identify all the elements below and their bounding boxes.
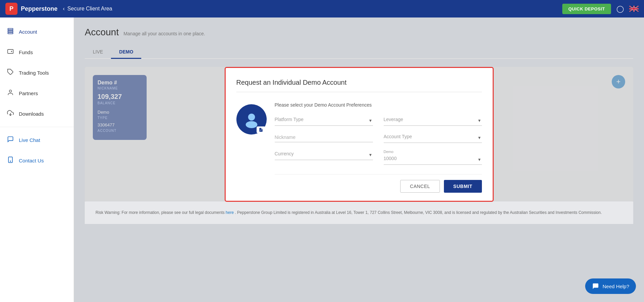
brand-logo[interactable]: P Pepperstone xyxy=(5,3,58,15)
form-grid: Platform Type MT4 MT5 cTrader xyxy=(275,115,482,165)
svg-rect-4 xyxy=(8,49,13,53)
main-content: Account Manage all your accounts in one … xyxy=(74,17,644,302)
leverage-field: Leverage 1:100 1:200 1:400 1:500 xyxy=(384,115,482,126)
currency-select[interactable]: Currency USD EUR GBP AUD xyxy=(275,150,373,158)
page-layout: Account Funds Trading Tools Partners Dow… xyxy=(0,0,644,302)
risk-warning-text: Risk Warning: For more information, plea… xyxy=(96,210,226,215)
svg-point-9 xyxy=(10,161,11,161)
svg-point-6 xyxy=(9,90,12,92)
sidebar-item-label: Funds xyxy=(19,49,33,55)
sidebar-item-trading-tools[interactable]: Trading Tools xyxy=(0,63,74,83)
demo-amount-top-label: Demo xyxy=(384,150,482,154)
need-help-button[interactable]: Need Help? xyxy=(585,278,636,294)
footer-rest-text: . Pepperstone Group Limited is registere… xyxy=(235,210,602,215)
modal-body: Please select your Demo Account Preferen… xyxy=(236,102,482,193)
demo-amount-select[interactable]: 10000 50000 100000 200000 xyxy=(384,154,482,162)
account-type-select[interactable]: Account Type Standard Razor xyxy=(384,133,482,141)
leverage-select[interactable]: Leverage 1:100 1:200 1:400 1:500 xyxy=(384,115,482,123)
sidebar-item-label: Partners xyxy=(19,90,38,96)
modal-overlay: Request an Individual Demo Account xyxy=(85,67,633,201)
cloud-icon xyxy=(7,110,14,118)
uk-flag-icon[interactable] xyxy=(629,6,639,12)
modal-illustration xyxy=(236,104,267,135)
sidebar-item-label: Trading Tools xyxy=(19,70,49,76)
quick-deposit-button[interactable]: QUICK DEPOSIT xyxy=(562,4,611,14)
submit-button[interactable]: SUBMIT xyxy=(444,180,482,193)
leverage-wrapper: Leverage 1:100 1:200 1:400 1:500 xyxy=(384,115,482,126)
document-badge xyxy=(257,126,265,133)
sidebar-item-label: Live Chat xyxy=(19,137,40,143)
demo-amount-field: Demo 10000 50000 100000 200000 xyxy=(384,150,482,165)
avatar-circle xyxy=(236,104,267,135)
page-subtitle: Manage all your accounts in one place. xyxy=(123,31,205,36)
phone-icon xyxy=(7,156,14,165)
chat-bubble-icon xyxy=(592,282,599,290)
svg-point-10 xyxy=(248,113,255,120)
sidebar-item-funds[interactable]: Funds xyxy=(0,42,74,63)
platform-type-wrapper: Platform Type MT4 MT5 cTrader xyxy=(275,115,373,126)
account-tabs: LIVE DEMO xyxy=(85,46,633,59)
demo-amount-wrapper: 10000 50000 100000 200000 xyxy=(384,154,482,165)
sidebar-item-partners[interactable]: Partners xyxy=(0,83,74,104)
currency-field: Currency USD EUR GBP AUD xyxy=(275,150,373,165)
tag-icon xyxy=(7,69,14,77)
page-title: Account xyxy=(85,27,119,38)
sidebar-item-label: Account xyxy=(19,29,37,35)
sidebar-item-live-chat[interactable]: Live Chat xyxy=(0,130,74,150)
modal-form: Please select your Demo Account Preferen… xyxy=(275,102,482,193)
back-arrow-icon[interactable]: ‹ xyxy=(63,6,65,12)
demo-account-modal: Request an Individual Demo Account xyxy=(225,67,494,202)
layers-icon xyxy=(7,28,14,36)
brand-name: Pepperstone xyxy=(21,5,58,12)
sidebar-item-label: Downloads xyxy=(19,111,44,117)
account-type-field: Account Type Standard Razor xyxy=(384,133,482,143)
modal-description: Please select your Demo Account Preferen… xyxy=(275,102,482,109)
chat-icon xyxy=(7,136,14,144)
nav-title: Secure Client Area xyxy=(67,6,112,12)
page-header: Account Manage all your accounts in one … xyxy=(85,27,633,38)
nav-right-actions: QUICK DEPOSIT ◯ xyxy=(562,4,639,14)
logo-icon: P xyxy=(5,3,17,15)
sidebar-item-account[interactable]: Account xyxy=(0,22,74,42)
user-icon[interactable]: ◯ xyxy=(616,5,624,13)
accounts-area: Demo # NICKNAME 109,327 BALANCE Demo TYP… xyxy=(85,67,633,201)
svg-point-11 xyxy=(245,121,257,128)
tab-demo[interactable]: DEMO xyxy=(111,46,141,59)
svg-rect-8 xyxy=(8,157,12,163)
sidebar-item-label: Contact Us xyxy=(19,158,44,163)
sidebar-divider xyxy=(0,127,74,127)
modal-footer: CANCEL SUBMIT xyxy=(275,174,482,193)
account-type-wrapper: Account Type Standard Razor xyxy=(384,133,482,143)
wallet-icon xyxy=(7,48,14,56)
sidebar: Account Funds Trading Tools Partners Dow… xyxy=(0,17,74,302)
tab-live[interactable]: LIVE xyxy=(85,46,111,59)
nickname-field xyxy=(275,133,373,143)
nickname-input[interactable] xyxy=(275,133,373,142)
cancel-button[interactable]: CANCEL xyxy=(400,180,440,193)
platform-type-field: Platform Type MT4 MT5 cTrader xyxy=(275,115,373,126)
modal-title: Request an Individual Demo Account xyxy=(236,79,482,92)
top-navigation: P Pepperstone ‹ Secure Client Area QUICK… xyxy=(0,0,644,17)
sidebar-item-downloads[interactable]: Downloads xyxy=(0,104,74,124)
sidebar-item-contact-us[interactable]: Contact Us xyxy=(0,150,74,171)
avatar-icon xyxy=(243,111,260,128)
need-help-label: Need Help? xyxy=(603,284,629,289)
currency-wrapper: Currency USD EUR GBP AUD xyxy=(275,150,373,160)
platform-type-select[interactable]: Platform Type MT4 MT5 cTrader xyxy=(275,115,373,123)
footer-here-link[interactable]: here xyxy=(226,210,234,215)
svg-rect-3 xyxy=(8,32,13,34)
svg-rect-1 xyxy=(8,29,13,30)
page-footer: Risk Warning: For more information, plea… xyxy=(85,201,633,224)
svg-rect-2 xyxy=(8,30,13,32)
person-badge-icon xyxy=(7,89,14,98)
